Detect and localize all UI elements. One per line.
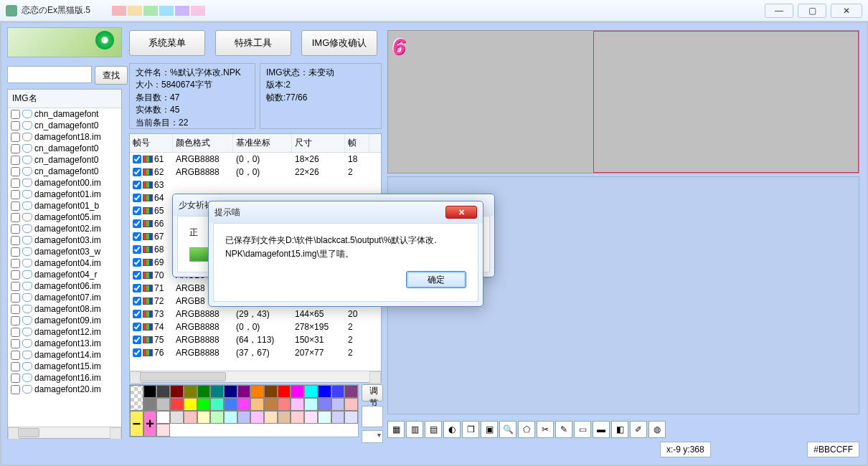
frame-checkbox[interactable] (133, 271, 141, 280)
frame-checkbox[interactable] (133, 336, 141, 344)
color-swatch[interactable] (304, 411, 318, 424)
color-swatch[interactable] (197, 385, 211, 398)
grid-tool[interactable]: ▦ (387, 421, 405, 438)
frame-checkbox[interactable] (133, 297, 141, 305)
zoom-tool[interactable]: 🔍 (499, 421, 516, 438)
frame-checkbox[interactable] (133, 284, 141, 293)
file-list-item[interactable]: damagefont07.im (8, 292, 121, 303)
color-swatch[interactable] (331, 411, 345, 424)
color-swatch[interactable] (237, 398, 251, 411)
color-swatch[interactable] (264, 398, 278, 411)
file-list-item[interactable]: cn_damagefont0 (8, 154, 121, 166)
color-swatch[interactable] (318, 411, 331, 424)
file-list-item[interactable]: damagefont00.im (8, 177, 121, 189)
file-checkbox[interactable] (11, 133, 20, 142)
file-list-item[interactable]: damagefont18.im (8, 131, 121, 143)
color-swatch[interactable] (156, 398, 170, 411)
file-checkbox[interactable] (11, 270, 20, 280)
color-swatch[interactable] (210, 385, 224, 398)
color-swatch[interactable] (264, 411, 278, 424)
color-swatch[interactable] (318, 385, 331, 398)
frame-checkbox[interactable] (133, 206, 141, 215)
file-list-item[interactable]: cn_damagefont0 (8, 143, 121, 154)
color-swatch[interactable] (344, 398, 358, 411)
pen-tool[interactable]: ✎ (555, 421, 572, 438)
rect-tool[interactable]: ▭ (574, 421, 591, 438)
swap-tool[interactable]: ▥ (406, 421, 423, 438)
frame-table-scrollbar[interactable] (130, 371, 381, 382)
color-swatch[interactable] (331, 385, 345, 398)
color-swatch[interactable] (197, 411, 211, 424)
rect2-tool[interactable]: ▬ (593, 421, 610, 438)
file-checkbox[interactable] (11, 385, 20, 394)
color-swatch[interactable] (156, 385, 170, 398)
file-list-item[interactable]: damagefont12.im (8, 326, 121, 338)
crop-tool[interactable]: ✂ (537, 421, 554, 438)
file-list-item[interactable]: damagefont03_w (8, 246, 121, 257)
color-swatch[interactable] (250, 398, 264, 411)
file-list-item[interactable]: damagefont20.im (8, 384, 121, 395)
file-checkbox[interactable] (11, 144, 20, 153)
color-swatch[interactable] (184, 385, 197, 398)
current-color-swatch[interactable] (362, 406, 383, 427)
color-swatch[interactable] (250, 411, 264, 424)
color-swatch[interactable] (291, 398, 304, 411)
file-checkbox[interactable] (11, 247, 20, 257)
frame-checkbox[interactable] (133, 168, 141, 176)
frame-checkbox[interactable] (133, 258, 141, 267)
file-list-item[interactable]: damagefont08.im (8, 303, 121, 315)
color-swatch[interactable] (143, 398, 157, 411)
color-swatch[interactable] (250, 385, 264, 398)
stack-tool[interactable]: ▣ (481, 421, 498, 438)
transparent-swatch[interactable] (130, 385, 143, 411)
fill-tool[interactable]: ◍ (648, 421, 666, 438)
frame-row[interactable]: 62ARGB8888(0，0)22×262 (130, 166, 381, 179)
file-list-item[interactable]: damagefont01.im (8, 189, 121, 200)
color-swatch[interactable] (156, 411, 170, 424)
color-swatch[interactable] (264, 385, 278, 398)
file-list-item[interactable]: damagefont02.im (8, 223, 121, 234)
color-swatch[interactable] (184, 411, 197, 424)
color-swatch[interactable] (170, 411, 184, 424)
alert-ok-button[interactable]: 确定 (406, 271, 466, 288)
picker-tool[interactable]: ✐ (630, 421, 647, 438)
file-checkbox[interactable] (11, 167, 20, 176)
frame-checkbox[interactable] (133, 232, 141, 241)
file-checkbox[interactable] (11, 156, 20, 165)
color-swatch[interactable] (291, 411, 304, 424)
adjust-button[interactable]: 调节 (362, 384, 383, 401)
frame-row[interactable]: 75ARGB8888(64，113)150×312 (130, 333, 381, 346)
frame-checkbox[interactable] (133, 310, 141, 318)
color-swatch[interactable] (210, 411, 224, 424)
img-confirm-button[interactable]: IMG修改确认 (301, 30, 377, 56)
file-list-scrollbar[interactable] (8, 427, 121, 438)
file-checkbox[interactable] (11, 224, 20, 234)
eraser-tool[interactable]: ◧ (611, 421, 628, 438)
color-swatch[interactable] (291, 385, 304, 398)
file-list-item[interactable]: damagefont01_b (8, 200, 121, 211)
color-swatch[interactable] (344, 411, 358, 424)
file-list-item[interactable]: damagefont13.im (8, 338, 121, 349)
file-list-item[interactable]: damagefont04_r (8, 269, 121, 280)
file-checkbox[interactable] (11, 179, 20, 188)
frame-row[interactable]: 61ARGB8888(0，0)18×2618 (130, 153, 381, 166)
color-swatch[interactable] (304, 398, 318, 411)
file-list-item[interactable]: damagefont06.im (8, 280, 121, 292)
frame-checkbox[interactable] (133, 348, 141, 357)
maximize-button[interactable]: ▢ (798, 4, 826, 18)
color-swatch[interactable] (224, 411, 237, 424)
close-button[interactable]: ✕ (831, 4, 862, 18)
frame-row[interactable]: 63 (130, 179, 381, 191)
color-swatch[interactable] (224, 385, 237, 398)
color-swatch[interactable] (278, 385, 291, 398)
film-tool[interactable]: ▤ (425, 421, 442, 438)
file-list-item[interactable]: cn_damagefont0 (8, 166, 121, 177)
palette-dropdown[interactable] (362, 430, 383, 443)
file-checkbox[interactable] (11, 121, 20, 130)
file-checkbox[interactable] (11, 305, 20, 314)
color-swatch[interactable] (237, 385, 251, 398)
file-checkbox[interactable] (11, 213, 20, 222)
color-swatch[interactable] (224, 398, 237, 411)
file-list-item[interactable]: damagefont05.im (8, 211, 121, 223)
poly-tool[interactable]: ⬠ (518, 421, 535, 438)
